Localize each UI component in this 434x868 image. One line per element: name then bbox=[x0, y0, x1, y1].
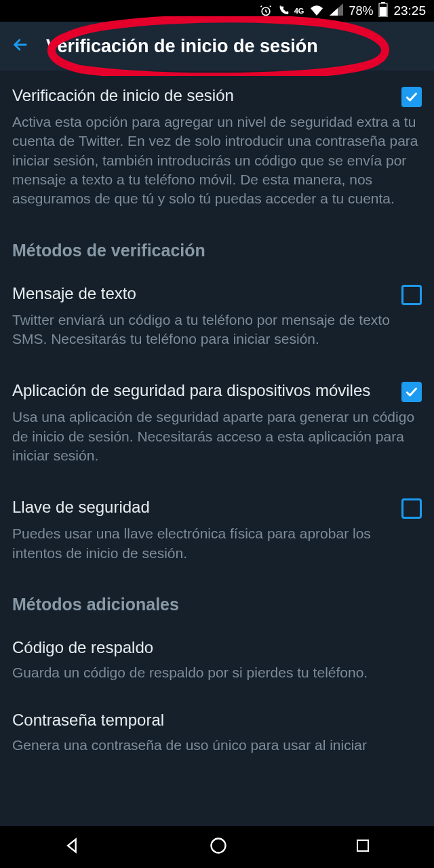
battery-percent: 78% bbox=[349, 4, 373, 18]
item-description: Twitter enviará un código a tu teléfono … bbox=[12, 311, 422, 349]
nav-back-icon[interactable] bbox=[63, 836, 82, 858]
alarm-icon bbox=[259, 4, 273, 18]
svg-point-4 bbox=[211, 839, 225, 853]
network-badge: 4G bbox=[294, 7, 304, 15]
login-verification-checkbox[interactable] bbox=[401, 87, 422, 107]
verification-methods-header: Métodos de verificación bbox=[0, 226, 434, 269]
item-description: Puedes usar una llave electrónica física… bbox=[12, 524, 422, 563]
item-title: Código de respaldo bbox=[12, 637, 422, 658]
security-key-checkbox[interactable] bbox=[401, 498, 422, 519]
item-title: Contraseña temporal bbox=[12, 710, 422, 730]
additional-methods-header: Métodos adicionales bbox=[0, 580, 434, 623]
auth-app-checkbox[interactable] bbox=[401, 382, 422, 402]
battery-icon bbox=[378, 2, 388, 20]
system-nav-bar bbox=[0, 826, 434, 868]
item-title: Aplicación de seguridad para dispositivo… bbox=[12, 380, 370, 401]
signal-icon bbox=[330, 3, 343, 19]
auth-app-setting[interactable]: Aplicación de seguridad para dispositivo… bbox=[0, 366, 434, 482]
sms-method-setting[interactable]: Mensaje de texto Twitter enviará un códi… bbox=[0, 269, 434, 366]
settings-content: Verificación de inicio de sesión Activa … bbox=[0, 71, 434, 762]
status-bar: 4G 78% 23:25 bbox=[0, 0, 434, 22]
svg-rect-3 bbox=[380, 7, 387, 16]
security-key-setting[interactable]: Llave de seguridad Puedes usar una llave… bbox=[0, 482, 434, 580]
call-icon: 4G bbox=[278, 5, 304, 17]
status-time: 23:25 bbox=[393, 3, 426, 18]
item-title: Llave de seguridad bbox=[12, 497, 150, 517]
app-bar: Verificación de inicio de sesión bbox=[0, 22, 434, 71]
item-description: Genera una contraseña de uso único para … bbox=[12, 736, 422, 755]
backup-code-setting[interactable]: Código de respaldo Guarda un código de r… bbox=[0, 623, 434, 695]
item-description: Activa esta opción para agregar un nivel… bbox=[12, 113, 422, 209]
svg-rect-5 bbox=[357, 840, 368, 851]
item-title: Verificación de inicio de sesión bbox=[12, 85, 234, 106]
nav-recent-icon[interactable] bbox=[355, 837, 371, 856]
wifi-icon bbox=[309, 3, 324, 19]
login-verification-setting[interactable]: Verificación de inicio de sesión Activa … bbox=[0, 71, 434, 226]
temp-password-setting[interactable]: Contraseña temporal Genera una contraseñ… bbox=[0, 695, 434, 761]
item-description: Usa una aplicación de seguridad aparte p… bbox=[12, 408, 422, 465]
back-arrow-icon[interactable] bbox=[11, 35, 30, 57]
item-description: Guarda un código de respaldo por si pier… bbox=[12, 663, 422, 682]
item-title: Mensaje de texto bbox=[12, 283, 136, 304]
page-title: Verificación de inicio de sesión bbox=[46, 36, 318, 57]
sms-checkbox[interactable] bbox=[401, 285, 422, 305]
nav-home-icon[interactable] bbox=[209, 836, 228, 858]
